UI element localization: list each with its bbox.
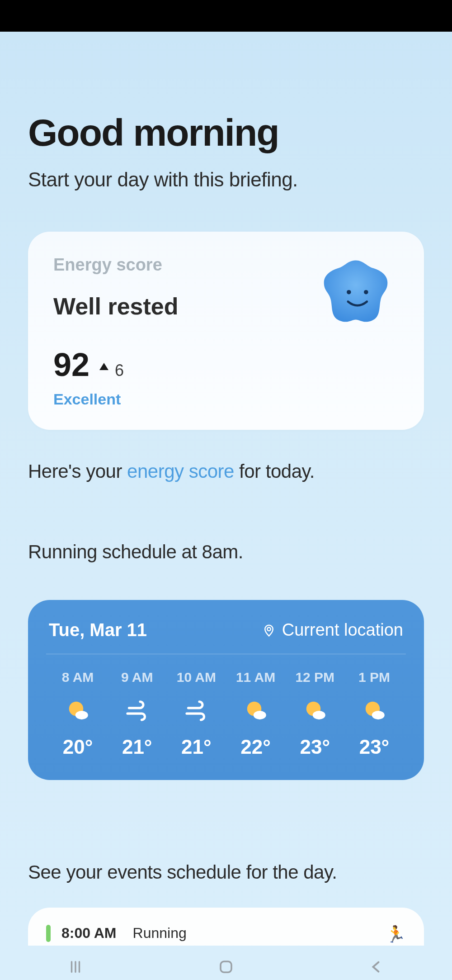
weather-hour-col: 1 PM23° bbox=[345, 670, 403, 758]
hour-label: 10 AM bbox=[177, 670, 216, 685]
status-bar bbox=[0, 0, 452, 32]
hour-label: 1 PM bbox=[358, 670, 390, 685]
system-nav-bar bbox=[0, 946, 452, 980]
weather-hour-col: 9 AM21° bbox=[108, 670, 166, 758]
delta-up-icon bbox=[99, 363, 108, 370]
events-line-prefix: See your bbox=[28, 861, 107, 883]
energy-score-rating: Excellent bbox=[53, 390, 399, 408]
running-schedule-text: Running schedule at 8am. bbox=[28, 541, 424, 563]
svg-rect-14 bbox=[221, 961, 231, 972]
hour-label: 11 AM bbox=[236, 670, 275, 685]
svg-point-1 bbox=[364, 290, 368, 295]
weather-hours-row: 8 AM20°9 AM21°10 AM21°11 AM22°12 PM23°1 … bbox=[46, 670, 406, 758]
weather-hour-col: 10 AM21° bbox=[167, 670, 225, 758]
weather-date: Tue, Mar 11 bbox=[49, 620, 147, 640]
energy-score-link[interactable]: energy score bbox=[127, 461, 234, 482]
svg-point-4 bbox=[75, 711, 88, 719]
hour-temp: 23° bbox=[300, 736, 330, 758]
location-pin-icon bbox=[262, 623, 276, 637]
energy-score-card[interactable]: Energy score Well rested 92 6 Excellent bbox=[28, 232, 424, 430]
home-button[interactable] bbox=[181, 953, 271, 980]
svg-point-2 bbox=[267, 627, 271, 631]
weather-card[interactable]: Tue, Mar 11 Current location 8 AM20°9 AM… bbox=[28, 600, 424, 780]
runner-icon: 🏃 bbox=[386, 925, 406, 944]
energy-mascot-icon bbox=[313, 255, 399, 341]
greeting-block: Good morning Start your day with this br… bbox=[28, 32, 424, 191]
energy-line-text: Here's your energy score for today. bbox=[28, 461, 424, 482]
weather-hour-col: 12 PM23° bbox=[286, 670, 344, 758]
events-schedule-link[interactable]: events schedule bbox=[107, 861, 241, 883]
hour-label: 8 AM bbox=[62, 670, 94, 685]
greeting-title: Good morning bbox=[28, 111, 424, 155]
energy-score-row: 92 6 bbox=[53, 346, 399, 383]
svg-point-8 bbox=[313, 711, 325, 719]
hour-temp: 21° bbox=[181, 736, 212, 758]
weather-hour-col: 11 AM22° bbox=[227, 670, 285, 758]
hour-label: 9 AM bbox=[121, 670, 153, 685]
svg-point-6 bbox=[253, 711, 266, 719]
svg-point-10 bbox=[372, 711, 385, 719]
event-color-bar bbox=[46, 925, 51, 942]
energy-score-value: 92 bbox=[53, 346, 89, 383]
hour-temp: 22° bbox=[240, 736, 271, 758]
events-line-suffix: for the day. bbox=[241, 861, 337, 883]
svg-point-0 bbox=[347, 290, 351, 295]
weather-hour-col: 8 AM20° bbox=[49, 670, 107, 758]
recents-button[interactable] bbox=[30, 953, 121, 980]
event-title: Running bbox=[133, 925, 187, 942]
wind-icon bbox=[124, 698, 150, 723]
hour-temp: 23° bbox=[359, 736, 390, 758]
sun-cloud-icon bbox=[302, 698, 328, 723]
greeting-subtitle: Start your day with this briefing. bbox=[28, 168, 424, 191]
hour-label: 12 PM bbox=[295, 670, 334, 685]
weather-header: Tue, Mar 11 Current location bbox=[46, 620, 406, 654]
energy-line-prefix: Here's your bbox=[28, 461, 127, 482]
sun-cloud-icon bbox=[243, 698, 268, 723]
events-card[interactable]: 8:00 AM Running 🏃 bbox=[28, 908, 424, 946]
wind-icon bbox=[184, 698, 209, 723]
energy-line-suffix: for today. bbox=[234, 461, 315, 482]
events-line-text: See your events schedule for the day. bbox=[28, 861, 424, 883]
event-time: 8:00 AM bbox=[61, 925, 117, 942]
hour-temp: 20° bbox=[63, 736, 93, 758]
weather-location: Current location bbox=[282, 620, 403, 640]
weather-location-wrap[interactable]: Current location bbox=[262, 620, 403, 640]
energy-score-delta: 6 bbox=[115, 361, 124, 380]
sun-cloud-icon bbox=[65, 698, 90, 723]
back-button[interactable] bbox=[331, 953, 422, 980]
hour-temp: 21° bbox=[122, 736, 152, 758]
sun-cloud-icon bbox=[362, 698, 387, 723]
